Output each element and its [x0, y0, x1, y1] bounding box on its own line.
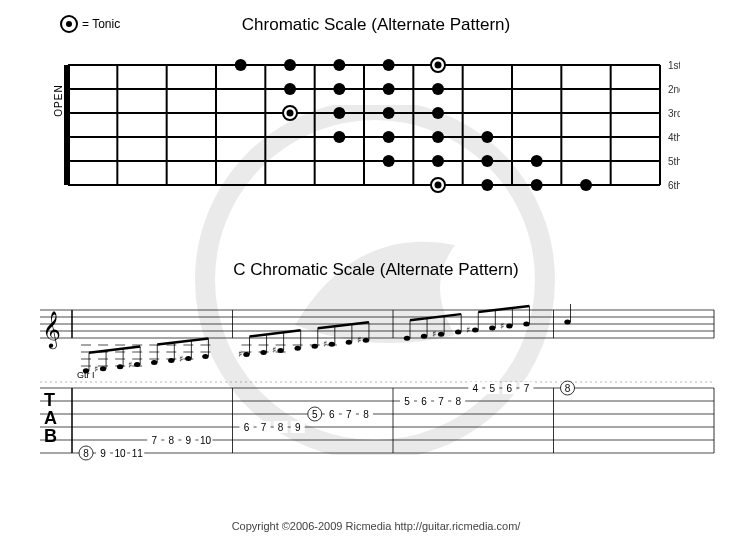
svg-text:𝄞: 𝄞 [42, 311, 61, 350]
svg-text:T: T [44, 390, 55, 410]
svg-text:♯: ♯ [238, 349, 242, 359]
svg-text:♯: ♯ [94, 364, 98, 374]
svg-point-50 [435, 182, 442, 189]
svg-text:7: 7 [438, 396, 444, 407]
svg-text:8: 8 [565, 383, 571, 394]
svg-text:♯: ♯ [432, 329, 436, 339]
svg-point-168 [294, 346, 300, 351]
svg-text:6th: 6th [668, 180, 680, 191]
svg-text:8: 8 [83, 448, 89, 459]
svg-point-209 [455, 330, 461, 335]
svg-text:7: 7 [346, 409, 352, 420]
svg-text:5: 5 [490, 383, 496, 394]
svg-text:6: 6 [507, 383, 513, 394]
svg-point-155 [260, 350, 266, 355]
svg-text:10: 10 [115, 448, 127, 459]
svg-point-34 [383, 83, 395, 95]
svg-text:6: 6 [421, 396, 427, 407]
svg-text:B: B [44, 426, 57, 446]
svg-point-189 [363, 338, 369, 343]
svg-point-109 [134, 362, 140, 367]
svg-point-38 [333, 107, 345, 119]
svg-point-84 [83, 368, 89, 373]
svg-point-213 [472, 328, 478, 333]
svg-point-222 [506, 324, 512, 329]
svg-point-27 [284, 59, 296, 71]
svg-text:♯: ♯ [272, 345, 276, 355]
fretboard-diagram: 1st2nd3rd4th5th6th [60, 55, 680, 195]
svg-point-234 [564, 319, 570, 324]
svg-point-92 [100, 366, 106, 371]
svg-text:9: 9 [100, 448, 106, 459]
svg-text:♯: ♯ [357, 335, 361, 345]
svg-line-230 [478, 306, 529, 312]
svg-text:5: 5 [312, 409, 318, 420]
svg-rect-1 [64, 65, 70, 185]
svg-point-218 [489, 326, 495, 331]
svg-text:7: 7 [151, 435, 157, 446]
svg-text:8: 8 [169, 435, 175, 446]
svg-text:2nd: 2nd [668, 84, 680, 95]
svg-point-45 [383, 155, 395, 167]
svg-point-140 [202, 354, 208, 359]
svg-text:♯: ♯ [323, 339, 327, 349]
svg-point-32 [284, 83, 296, 95]
svg-text:9: 9 [186, 435, 192, 446]
svg-point-31 [435, 62, 442, 69]
svg-text:1st: 1st [668, 60, 680, 71]
svg-text:♯: ♯ [128, 360, 132, 370]
svg-point-51 [481, 179, 493, 191]
svg-point-42 [383, 131, 395, 143]
fretboard-title: Chromatic Scale (Alternate Pattern) [0, 15, 752, 35]
svg-point-26 [235, 59, 247, 71]
svg-point-33 [333, 83, 345, 95]
svg-point-101 [117, 364, 123, 369]
svg-text:6: 6 [244, 422, 250, 433]
svg-point-47 [481, 155, 493, 167]
svg-point-132 [185, 356, 191, 361]
svg-point-39 [383, 107, 395, 119]
svg-point-200 [421, 334, 427, 339]
svg-text:7: 7 [524, 383, 530, 394]
svg-point-118 [151, 360, 157, 365]
svg-text:♯: ♯ [500, 321, 504, 331]
svg-text:8: 8 [455, 396, 461, 407]
svg-point-44 [481, 131, 493, 143]
svg-text:♯: ♯ [179, 354, 183, 364]
svg-point-53 [580, 179, 592, 191]
svg-text:4: 4 [472, 383, 478, 394]
svg-point-35 [432, 83, 444, 95]
svg-point-46 [432, 155, 444, 167]
svg-line-145 [157, 338, 208, 344]
svg-point-179 [329, 342, 335, 347]
svg-text:9: 9 [295, 422, 301, 433]
tab-title: C Chromatic Scale (Alternate Pattern) [0, 260, 752, 280]
svg-text:A: A [44, 408, 57, 428]
svg-text:8: 8 [363, 409, 369, 420]
svg-text:11: 11 [132, 448, 144, 459]
svg-line-193 [318, 322, 369, 328]
svg-point-41 [333, 131, 345, 143]
svg-point-204 [438, 332, 444, 337]
svg-text:8: 8 [278, 422, 284, 433]
svg-point-227 [523, 322, 529, 327]
svg-point-148 [243, 352, 249, 357]
svg-text:5th: 5th [668, 156, 680, 167]
svg-text:7: 7 [261, 422, 267, 433]
svg-point-48 [531, 155, 543, 167]
svg-point-28 [333, 59, 345, 71]
svg-text:4th: 4th [668, 132, 680, 143]
svg-point-196 [404, 336, 410, 341]
svg-point-43 [432, 131, 444, 143]
svg-text:5: 5 [404, 396, 410, 407]
svg-point-185 [346, 340, 352, 345]
svg-text:♯: ♯ [466, 325, 470, 335]
svg-point-52 [531, 179, 543, 191]
copyright-text: Copyright ©2006-2009 Ricmedia http://gui… [0, 520, 752, 532]
svg-text:6: 6 [329, 409, 335, 420]
svg-text:3rd: 3rd [668, 108, 680, 119]
tablature-diagram: 𝄞Gtr ITAB89♯1011♯789♯106♯78♯956♯78♯567♯8… [32, 300, 722, 480]
svg-text:10: 10 [200, 435, 212, 446]
svg-point-37 [287, 110, 294, 117]
svg-point-174 [312, 344, 318, 349]
